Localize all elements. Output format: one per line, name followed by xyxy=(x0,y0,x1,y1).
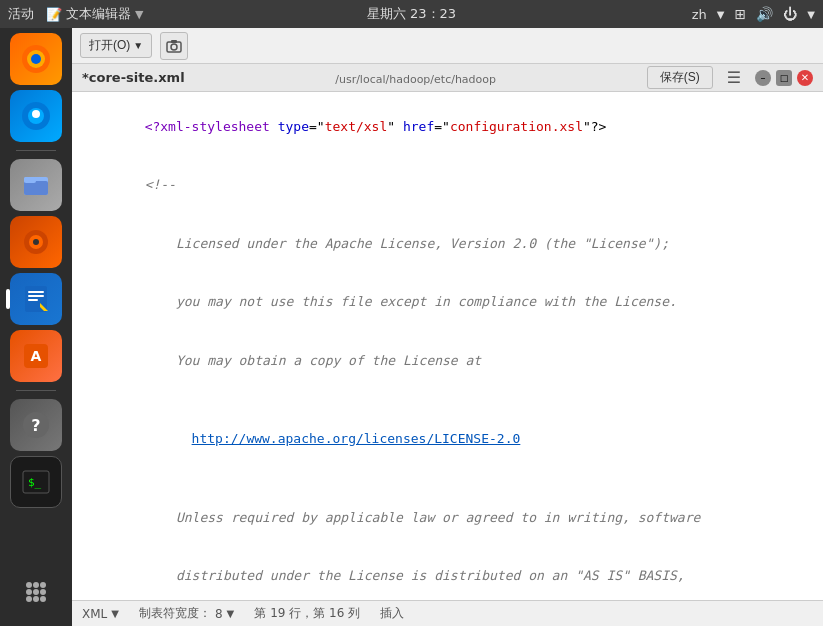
svg-rect-13 xyxy=(28,291,44,293)
camera-button[interactable] xyxy=(160,32,188,60)
editor-area: 打开(O) ▼ *core-site.xml /usr/local/hadoop… xyxy=(72,28,823,626)
tab-width-chevron: ▼ xyxy=(227,608,235,619)
insert-mode-item[interactable]: 插入 xyxy=(380,605,404,622)
svg-point-2 xyxy=(31,54,41,64)
svg-text:$_: $_ xyxy=(28,476,42,489)
power-chevron[interactable]: ▼ xyxy=(807,9,815,20)
app-name-label: 文本编辑器 xyxy=(66,5,131,23)
sidebar-item-files[interactable] xyxy=(10,159,62,211)
file-name: *core-site.xml xyxy=(82,70,185,85)
code-line-2: <!-- xyxy=(72,156,823,215)
maximize-button[interactable]: □ xyxy=(776,70,792,86)
svg-point-11 xyxy=(33,239,39,245)
topbar-left: 活动 📝 文本编辑器 ▼ xyxy=(8,5,143,23)
svg-rect-34 xyxy=(171,40,177,43)
svg-point-29 xyxy=(26,596,32,602)
code-line-3: Licensed under the Apache License, Versi… xyxy=(72,214,823,273)
svg-text:?: ? xyxy=(31,416,40,435)
code-line-7: http://www.apache.org/licenses/LICENSE-2… xyxy=(72,410,823,469)
save-button[interactable]: 保存(S) xyxy=(647,66,713,89)
format-chevron: ▼ xyxy=(111,608,119,619)
code-line-9: Unless required by applicable law or agr… xyxy=(72,488,823,547)
insert-mode-label: 插入 xyxy=(380,605,404,622)
svg-rect-8 xyxy=(24,177,36,183)
text-editor-icon: 📝 xyxy=(46,7,62,22)
open-button[interactable]: 打开(O) ▼ xyxy=(80,33,152,58)
code-line-6 xyxy=(72,390,823,410)
app-name-bar: 📝 文本编辑器 ▼ xyxy=(46,5,143,23)
format-label: XML xyxy=(82,607,107,621)
code-line-4: you may not use this file except in comp… xyxy=(72,273,823,332)
sidebar-item-apps[interactable] xyxy=(10,566,62,618)
format-item[interactable]: XML ▼ xyxy=(82,607,119,621)
datetime-display: 星期六 23：23 xyxy=(367,5,456,23)
sidebar-item-thunderbird[interactable] xyxy=(10,90,62,142)
sidebar: A ? $_ xyxy=(0,28,72,626)
sidebar-item-help[interactable]: ? xyxy=(10,399,62,451)
sidebar-item-firefox[interactable] xyxy=(10,33,62,85)
activities-button[interactable]: 活动 xyxy=(8,5,34,23)
lang-indicator[interactable]: zh xyxy=(692,7,707,22)
active-indicator xyxy=(6,289,10,309)
minimize-button[interactable]: – xyxy=(755,70,771,86)
hamburger-menu[interactable]: ☰ xyxy=(721,68,747,87)
svg-rect-7 xyxy=(24,181,48,195)
tab-width-item[interactable]: 制表符宽度： 8 ▼ xyxy=(139,605,234,622)
open-label: 打开(O) xyxy=(89,37,130,54)
svg-point-30 xyxy=(33,596,39,602)
svg-text:A: A xyxy=(31,348,42,364)
system-topbar: 活动 📝 文本编辑器 ▼ 星期六 23：23 zh ▼ ⊞ 🔊 ⏻ ▼ xyxy=(0,0,823,28)
svg-rect-15 xyxy=(28,299,38,301)
svg-point-23 xyxy=(26,582,32,588)
svg-point-25 xyxy=(40,582,46,588)
svg-point-33 xyxy=(171,44,177,50)
sound-icon[interactable]: 🔊 xyxy=(756,6,773,22)
file-path: /usr/local/hadoop/etc/hadoop xyxy=(335,73,496,86)
code-line-5: You may obtain a copy of the License at xyxy=(72,331,823,390)
svg-point-26 xyxy=(26,589,32,595)
editor-toolbar: 打开(O) ▼ xyxy=(72,28,823,64)
close-button[interactable]: ✕ xyxy=(797,70,813,86)
app-menu-chevron[interactable]: ▼ xyxy=(135,8,143,21)
svg-point-5 xyxy=(32,110,40,118)
tab-width-label: 制表符宽度： xyxy=(139,605,211,622)
topbar-right: zh ▼ ⊞ 🔊 ⏻ ▼ xyxy=(692,6,815,22)
svg-point-27 xyxy=(33,589,39,595)
code-line-10: distributed under the License is distrib… xyxy=(72,547,823,601)
sidebar-item-terminal[interactable]: $_ xyxy=(10,456,62,508)
svg-point-24 xyxy=(33,582,39,588)
sidebar-item-writer[interactable] xyxy=(10,273,62,325)
sidebar-divider-1 xyxy=(16,150,56,151)
power-icon[interactable]: ⏻ xyxy=(783,6,797,22)
sidebar-item-sound[interactable] xyxy=(10,216,62,268)
lang-chevron[interactable]: ▼ xyxy=(717,9,725,20)
svg-point-28 xyxy=(40,589,46,595)
network-icon[interactable]: ⊞ xyxy=(735,6,747,22)
position-item: 第 19 行，第 16 列 xyxy=(254,605,360,622)
main-container: A ? $_ xyxy=(0,28,823,626)
svg-point-31 xyxy=(40,596,46,602)
sidebar-divider-2 xyxy=(16,390,56,391)
file-title-bar: *core-site.xml /usr/local/hadoop/etc/had… xyxy=(72,64,823,92)
window-controls: – □ ✕ xyxy=(755,70,813,86)
position-label: 第 19 行，第 16 列 xyxy=(254,605,360,622)
sidebar-item-appstore[interactable]: A xyxy=(10,330,62,382)
code-line-1: <?xml-stylesheet type="text/xsl" href="c… xyxy=(72,97,823,156)
open-chevron: ▼ xyxy=(133,40,143,51)
svg-rect-14 xyxy=(28,295,44,297)
status-bar: XML ▼ 制表符宽度： 8 ▼ 第 19 行，第 16 列 插入 xyxy=(72,600,823,626)
code-editor[interactable]: <?xml-stylesheet type="text/xsl" href="c… xyxy=(72,92,823,600)
tab-width-value: 8 xyxy=(215,607,223,621)
code-line-8 xyxy=(72,468,823,488)
